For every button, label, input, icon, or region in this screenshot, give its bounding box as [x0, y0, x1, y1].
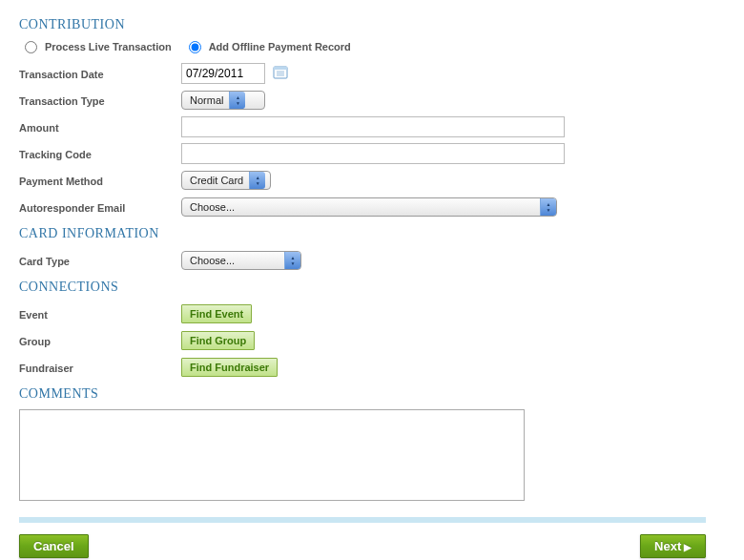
comments-heading: COMMENTS — [19, 386, 706, 402]
find-group-button[interactable]: Find Group — [181, 331, 255, 350]
group-label: Group — [19, 334, 181, 347]
transaction-date-input[interactable] — [181, 63, 265, 84]
calendar-icon[interactable] — [273, 65, 288, 83]
next-button[interactable]: Next — [640, 534, 706, 558]
payment-method-select[interactable]: Credit Card — [181, 171, 271, 190]
autoresponder-label: Autoresponder Email — [19, 200, 181, 214]
payment-method-value: Credit Card — [182, 175, 249, 186]
amount-input[interactable] — [181, 116, 565, 137]
comments-textarea[interactable] — [19, 409, 525, 501]
process-live-radio[interactable] — [25, 41, 37, 53]
chevron-updown-icon — [284, 252, 300, 269]
contribution-heading: CONTRIBUTION — [19, 17, 706, 32]
amount-label: Amount — [19, 120, 181, 134]
divider — [19, 517, 706, 523]
transaction-date-label: Transaction Date — [19, 67, 181, 80]
chevron-updown-icon — [249, 172, 265, 189]
find-fundraiser-button[interactable]: Find Fundraiser — [181, 358, 278, 377]
connections-heading: CONNECTIONS — [19, 280, 706, 295]
autoresponder-select[interactable]: Choose... — [181, 197, 557, 217]
tracking-code-label: Tracking Code — [19, 147, 181, 160]
autoresponder-value: Choose... — [182, 201, 540, 213]
card-type-label: Card Type — [19, 254, 181, 267]
tracking-code-input[interactable] — [181, 143, 565, 164]
chevron-updown-icon — [540, 198, 556, 216]
event-label: Event — [19, 307, 181, 321]
svg-rect-1 — [274, 67, 287, 70]
find-event-button[interactable]: Find Event — [181, 304, 252, 323]
cancel-button[interactable]: Cancel — [19, 534, 89, 558]
add-offline-label[interactable]: Add Offline Payment Record — [209, 41, 351, 52]
transaction-type-value: Normal — [182, 94, 229, 106]
transaction-type-label: Transaction Type — [19, 93, 181, 107]
process-live-label[interactable]: Process Live Transaction — [45, 41, 172, 52]
transaction-type-select[interactable]: Normal — [181, 91, 265, 110]
card-type-value: Choose... — [182, 255, 284, 266]
card-type-select[interactable]: Choose... — [181, 251, 301, 270]
fundraiser-label: Fundraiser — [19, 361, 181, 374]
add-offline-radio[interactable] — [189, 41, 201, 53]
chevron-updown-icon — [229, 92, 245, 109]
payment-method-label: Payment Method — [19, 174, 181, 187]
card-information-heading: CARD INFORMATION — [19, 226, 706, 241]
